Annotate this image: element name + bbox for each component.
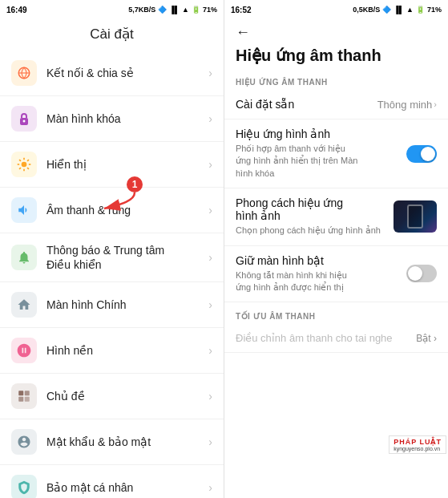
hieu-ung-text-block: Hiệu ứng hình ảnh Phối hợp âm thanh với … xyxy=(236,128,400,180)
right-bluetooth-icon: 🔷 xyxy=(382,6,391,14)
preset-chevron-icon: › xyxy=(434,99,437,109)
phong-cach-title: Phong cách hiệu ứnghình ảnh xyxy=(236,196,394,222)
hieu-ung-row: Hiệu ứng hình ảnh Phối hợp âm thanh với … xyxy=(236,128,437,180)
phone-silhouette xyxy=(407,204,423,229)
chu-de-arrow: › xyxy=(208,390,212,403)
preset-value-text: Thông minh xyxy=(377,99,433,111)
network-speed: 5,7KB/S xyxy=(128,6,155,14)
ket-noi-label: Kết nối & chia sẻ xyxy=(46,66,205,80)
optimize-row: Điều chỉnh âm thanh cho tai nghe Bật › xyxy=(236,332,437,344)
hien-thi-label: Hiển thị xyxy=(46,157,205,172)
ket-noi-icon xyxy=(11,60,37,86)
section-label-text: HIỆU ỨNG ÂM THANH xyxy=(236,78,328,87)
settings-page-title: Cài đặt xyxy=(0,19,224,51)
preset-row[interactable]: Cài đặt sẵn Thông minh › xyxy=(224,90,448,119)
battery-level: 71% xyxy=(203,6,217,14)
man-hinh-chinh-arrow: › xyxy=(208,298,212,311)
giu-man-hinh-row: Giữ màn hình bật Không tắt màn hình khi … xyxy=(236,254,437,294)
left-status-time: 16:49 xyxy=(6,6,27,14)
hinh-nen-label: Hình nền xyxy=(46,343,205,358)
right-network-speed: 0,5KB/S xyxy=(353,6,380,14)
sidebar-item-hien-thi[interactable]: Hiển thị › xyxy=(0,142,224,188)
am-thanh-label: Âm thanh & rung xyxy=(46,203,205,217)
man-hinh-khoa-label: Màn hình khóa xyxy=(46,111,205,126)
man-hinh-chinh-icon xyxy=(11,292,37,318)
wifi-icon: ▲ xyxy=(182,6,189,14)
settings-item-phong-cach[interactable]: Phong cách hiệu ứnghình ảnh Chọn phong c… xyxy=(224,188,448,245)
man-hinh-chinh-label: Màn hình Chính xyxy=(46,298,205,312)
svg-line-11 xyxy=(27,160,29,161)
left-status-icons: 5,7KB/S 🔷 ▐▌ ▲ 🔋 71% xyxy=(128,6,217,14)
section-header-toi-uu: TỐI ƯU ÂM THANH xyxy=(224,306,448,324)
bao-mat-icon xyxy=(11,475,37,498)
right-status-icons: 0,5KB/S 🔷 ▐▌ ▲ 🔋 71% xyxy=(353,6,442,14)
mat-khau-icon xyxy=(11,429,37,455)
hien-thi-arrow: › xyxy=(208,158,212,171)
hieu-ung-title: Hiệu ứng hình ảnh xyxy=(236,128,400,140)
right-title-text: Hiệu ứng âm thanh xyxy=(236,47,381,64)
sidebar-item-thong-bao[interactable]: Thông báo & Trung tâmĐiều khiển › xyxy=(0,233,224,282)
section-header-hieu-ung: HIỆU ỨNG ÂM THANH xyxy=(224,71,448,90)
settings-item-hieu-ung-hinh-anh[interactable]: Hiệu ứng hình ảnh Phối hợp âm thanh với … xyxy=(224,119,448,188)
optimize-section-label: TỐI ƯU ÂM THANH xyxy=(236,312,316,321)
left-status-bar: 16:49 5,7KB/S 🔷 ▐▌ ▲ 🔋 71% xyxy=(0,0,224,19)
sidebar-item-am-thanh[interactable]: Âm thanh & rung › xyxy=(0,188,224,233)
sidebar-item-mat-khau[interactable]: Mật khẩu & bảo mật › xyxy=(0,419,224,465)
svg-point-2 xyxy=(23,120,26,123)
giu-man-hinh-text-block: Giữ màn hình bật Không tắt màn hình khi … xyxy=(236,254,400,294)
right-battery-level: 71% xyxy=(427,6,442,14)
man-hinh-khoa-icon xyxy=(11,106,37,132)
settings-item-optimize[interactable]: Điều chỉnh âm thanh cho tai nghe Bật › xyxy=(224,324,448,353)
settings-list: Kết nối & chia sẻ › Màn hình khóa › xyxy=(0,51,224,498)
thong-bao-label: Thông báo & Trung tâmĐiều khiển xyxy=(46,243,205,272)
thong-bao-icon xyxy=(11,245,37,270)
bao-mat-arrow: › xyxy=(208,481,212,494)
svg-rect-15 xyxy=(25,397,30,402)
giu-man-hinh-desc: Không tắt màn hình khi hiệu ứng hình ảnh… xyxy=(236,269,400,294)
sidebar-item-bao-mat[interactable]: Bảo mật cá nhân › xyxy=(0,465,224,498)
right-signal-icon: ▐▌ xyxy=(394,6,404,14)
toggle-hieu-ung[interactable] xyxy=(406,145,437,163)
phong-cach-text-block: Phong cách hiệu ứnghình ảnh Chọn phong c… xyxy=(236,196,394,237)
right-header: ← xyxy=(224,19,448,46)
bluetooth-icon: 🔷 xyxy=(158,6,167,14)
man-hinh-khoa-arrow: › xyxy=(208,112,212,125)
sidebar-item-hinh-nen[interactable]: Hình nền › xyxy=(0,328,224,374)
phong-cach-desc: Chọn phong cách hiệu ứng hình ảnh xyxy=(236,225,394,237)
optimize-value: Bật › xyxy=(416,333,437,344)
right-battery-icon: 🔋 xyxy=(416,6,425,14)
toggle-giu-man-hinh[interactable] xyxy=(406,265,437,282)
mat-khau-label: Mật khẩu & bảo mật xyxy=(46,435,205,449)
svg-rect-12 xyxy=(18,391,23,396)
thumbnail-preview[interactable] xyxy=(394,200,437,233)
ket-noi-arrow: › xyxy=(208,67,212,79)
left-panel: 16:49 5,7KB/S 🔷 ▐▌ ▲ 🔋 71% Cài đặt xyxy=(0,0,224,498)
chu-de-label: Chủ đề xyxy=(46,389,205,403)
svg-line-10 xyxy=(19,168,21,169)
right-time-display: 16:52 xyxy=(231,6,252,14)
sidebar-item-ket-noi[interactable]: Kết nối & chia sẻ › xyxy=(0,51,224,96)
signal-icon: ▐▌ xyxy=(169,6,180,14)
optimize-desc: Điều chỉnh âm thanh cho tai nghe xyxy=(236,332,416,344)
svg-line-9 xyxy=(27,168,29,169)
sidebar-item-chu-de[interactable]: Chủ đề › xyxy=(0,374,224,419)
preset-label: Cài đặt sẵn xyxy=(236,98,294,111)
optimize-text-block: Điều chỉnh âm thanh cho tai nghe xyxy=(236,332,416,344)
svg-rect-14 xyxy=(18,397,23,402)
time-display: 16:49 xyxy=(6,6,27,14)
sidebar-item-man-hinh-chinh[interactable]: Màn hình Chính › xyxy=(0,282,224,328)
settings-item-giu-man-hinh[interactable]: Giữ màn hình bật Không tắt màn hình khi … xyxy=(224,246,448,303)
hien-thi-icon xyxy=(11,152,37,177)
thong-bao-arrow: › xyxy=(208,251,212,264)
right-wifi-icon: ▲ xyxy=(406,6,414,14)
giu-man-hinh-title: Giữ màn hình bật xyxy=(236,254,400,267)
sidebar-item-man-hinh-khoa[interactable]: Màn hình khóa › xyxy=(0,96,224,142)
bao-mat-label: Bảo mật cá nhân xyxy=(46,480,205,495)
preset-value: Thông minh › xyxy=(377,99,437,111)
page-title-text: Cài đặt xyxy=(90,26,133,42)
back-button[interactable]: ← xyxy=(236,24,250,41)
right-status-bar: 16:52 0,5KB/S 🔷 ▐▌ ▲ 🔋 71% xyxy=(224,0,448,19)
mat-khau-arrow: › xyxy=(208,435,212,448)
hinh-nen-arrow: › xyxy=(208,344,212,357)
svg-line-8 xyxy=(19,160,21,161)
